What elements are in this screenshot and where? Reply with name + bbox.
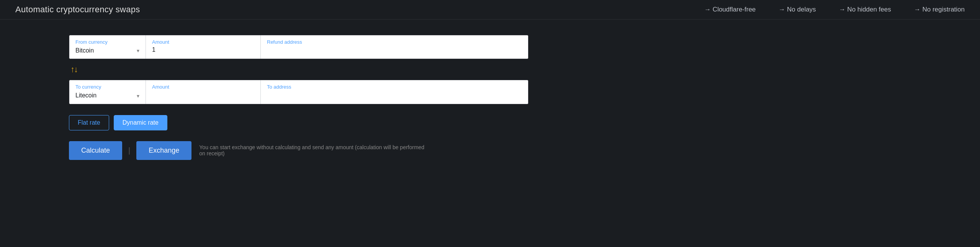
from-row: From currency Bitcoin ▾ Amount Refund ad…: [69, 35, 528, 59]
from-currency-chevron-down-icon: ▾: [137, 48, 139, 54]
to-amount-input[interactable]: [152, 91, 254, 98]
header-features: → Cloudflare-free → No delays → No hidde…: [704, 6, 965, 13]
to-row: To currency Litecoin ▾ Amount To address: [69, 80, 528, 104]
feature-cloudflare-free: → Cloudflare-free: [704, 6, 756, 13]
refund-address-label: Refund address: [267, 39, 522, 45]
swap-currencies-icon[interactable]: ↑↓: [70, 64, 77, 74]
app-title: Automatic cryptocurrency swaps: [15, 5, 140, 15]
feature-no-hidden-fees: → No hidden fees: [839, 6, 891, 13]
from-currency-value: Bitcoin: [75, 46, 94, 55]
exchange-button[interactable]: Exchange: [136, 141, 191, 160]
feature-no-delays: → No delays: [779, 6, 816, 13]
from-amount-label: Amount: [152, 39, 254, 45]
to-address-field: To address: [261, 80, 528, 104]
to-amount-label: Amount: [152, 84, 254, 90]
header: Automatic cryptocurrency swaps → Cloudfl…: [0, 0, 980, 20]
to-currency-chevron-down-icon: ▾: [137, 93, 139, 99]
rate-buttons-group: Flat rate Dynamic rate: [69, 115, 911, 130]
from-amount-input[interactable]: [152, 46, 254, 53]
refund-address-input[interactable]: [267, 46, 522, 53]
action-row: Calculate | Exchange You can start excha…: [69, 141, 911, 160]
from-currency-label: From currency: [75, 39, 139, 45]
actions-divider: |: [128, 146, 130, 155]
to-currency-selector[interactable]: Litecoin ▾: [75, 91, 139, 100]
feature-no-registration: → No registration: [914, 6, 965, 13]
main-content: From currency Bitcoin ▾ Amount Refund ad…: [0, 20, 980, 175]
to-currency-field[interactable]: To currency Litecoin ▾: [69, 80, 146, 104]
from-amount-field: Amount: [146, 35, 261, 59]
from-currency-field[interactable]: From currency Bitcoin ▾: [69, 35, 146, 59]
calculate-button[interactable]: Calculate: [69, 141, 122, 160]
swap-icon-container[interactable]: ↑↓: [69, 64, 911, 74]
dynamic-rate-button[interactable]: Dynamic rate: [114, 115, 167, 130]
to-address-input[interactable]: [267, 91, 522, 98]
to-currency-value: Litecoin: [75, 91, 97, 100]
to-currency-label: To currency: [75, 84, 139, 90]
action-hint-text: You can start exchange without calculati…: [199, 144, 429, 156]
from-currency-selector[interactable]: Bitcoin ▾: [75, 46, 139, 55]
flat-rate-button[interactable]: Flat rate: [69, 115, 109, 130]
to-amount-field: Amount: [146, 80, 261, 104]
refund-address-field: Refund address: [261, 35, 528, 59]
to-address-label: To address: [267, 84, 522, 90]
